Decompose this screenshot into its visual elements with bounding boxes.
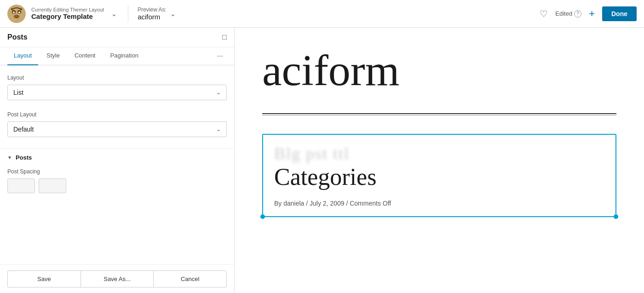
spacing-input-2[interactable] [39, 178, 66, 193]
topbar-subtitle: Currently Editing Themer Layout [31, 7, 104, 12]
sidebar-content: Layout List ⌄ Post Layout Default ⌄ ▼ Po… [0, 65, 234, 264]
preview-divider-thick [262, 113, 616, 114]
save-button[interactable]: Save [7, 270, 80, 287]
preview-divider-thin [262, 115, 616, 115]
tabs-more-button[interactable]: ··· [213, 47, 227, 65]
tab-style[interactable]: Style [40, 47, 66, 65]
save-as-button[interactable]: Save As... [80, 270, 154, 287]
posts-section-header[interactable]: ▼ Posts [7, 154, 227, 161]
tab-content[interactable]: Content [68, 47, 102, 65]
sidebar-header: Posts □ [0, 28, 234, 47]
post-layout-select-value: Default [13, 126, 34, 133]
save-bar: Save Save As... Cancel [0, 264, 234, 293]
preview-category-title: aciform [262, 46, 616, 95]
svg-point-4 [18, 11, 20, 13]
tab-pagination[interactable]: Pagination [104, 47, 145, 65]
posts-section: ▼ Posts Post Spacing [0, 148, 234, 210]
add-icon[interactable]: + [589, 8, 595, 20]
layout-select-value: List [13, 89, 23, 96]
svg-point-7 [20, 8, 22, 10]
layout-select[interactable]: List ⌄ [7, 85, 227, 100]
done-button[interactable]: Done [602, 6, 637, 21]
preview-categories-title: Categories [274, 163, 604, 190]
layout-select-chevron: ⌄ [216, 89, 221, 96]
bell-icon[interactable]: ♡ [540, 8, 548, 19]
topbar-right: ♡ Edited ? + Done [540, 6, 637, 21]
topbar-preview-chevron[interactable]: ⌄ [170, 10, 176, 17]
help-icon[interactable]: ? [574, 10, 581, 17]
topbar-edited-status: Edited ? [555, 10, 581, 17]
preview-blurred-title: Blg pst ttl [274, 144, 604, 163]
preview-post-meta: By daniela / July 2, 2009 / Comments Off [274, 200, 604, 207]
post-spacing-label: Post Spacing [7, 168, 227, 175]
layout-field-group: Layout List ⌄ [7, 75, 227, 100]
cancel-button[interactable]: Cancel [153, 270, 227, 287]
corner-dot-bottom-left [260, 214, 265, 219]
topbar-divider [128, 6, 128, 22]
topbar-preview-value: aciform [138, 13, 167, 21]
post-layout-field-label: Post Layout [7, 111, 227, 118]
post-layout-field-group: Post Layout Default ⌄ [7, 111, 227, 137]
sidebar-header-title: Posts [7, 33, 28, 41]
topbar-title: Category Template [31, 12, 104, 20]
posts-section-title: Posts [16, 154, 32, 161]
post-spacing-field-group: Post Spacing [7, 168, 227, 193]
preview-categories-section: Blg pst ttl Categories By daniela / July… [262, 134, 616, 217]
sidebar: Posts □ Layout Style Content Pagination … [0, 28, 235, 293]
svg-point-3 [13, 11, 15, 13]
preview-area: aciform Blg pst ttl Categories By daniel… [235, 28, 644, 293]
tab-layout[interactable]: Layout [7, 47, 38, 65]
post-layout-select[interactable]: Default ⌄ [7, 121, 227, 137]
topbar-preview-section: Preview As: aciform ⌄ [138, 6, 176, 21]
main-layout: Posts □ Layout Style Content Pagination … [0, 28, 644, 293]
corner-dot-bottom-right [614, 214, 618, 219]
spacing-input-1[interactable] [7, 178, 35, 193]
posts-section-chevron: ▼ [7, 155, 12, 160]
topbar-title-chevron[interactable]: ⌄ [109, 8, 119, 19]
sidebar-tabs: Layout Style Content Pagination ··· [0, 47, 234, 65]
topbar-title-group: Currently Editing Themer Layout Category… [31, 7, 104, 20]
post-layout-select-chevron: ⌄ [216, 126, 221, 132]
svg-point-5 [14, 15, 19, 18]
logo-icon [7, 5, 26, 23]
sidebar-collapse-icon[interactable]: □ [222, 33, 227, 41]
spacing-inputs [7, 178, 227, 193]
topbar: Currently Editing Themer Layout Category… [0, 0, 644, 28]
edited-label: Edited [555, 10, 572, 17]
svg-point-6 [11, 8, 13, 10]
topbar-preview-label: Preview As: [138, 6, 167, 13]
layout-field-label: Layout [7, 75, 227, 81]
